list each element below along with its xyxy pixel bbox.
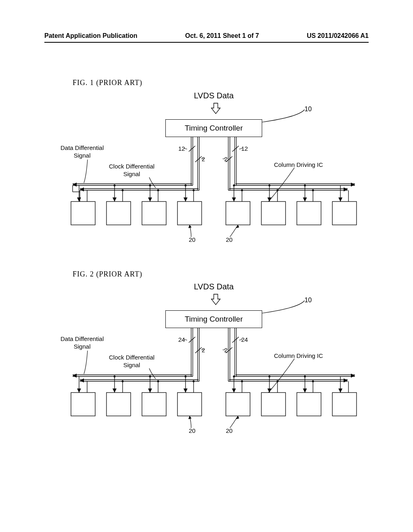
svg-rect-31: [177, 202, 202, 225]
svg-rect-105: [71, 393, 95, 416]
svg-marker-147: [303, 389, 307, 393]
svg-rect-112: [332, 393, 357, 416]
svg-marker-144: [184, 389, 188, 393]
fig1-svg: [20, 77, 391, 250]
svg-marker-73: [303, 197, 307, 202]
svg-point-134: [193, 380, 195, 382]
svg-point-137: [269, 376, 271, 378]
header-center: Oct. 6, 2011 Sheet 1 of 7: [185, 32, 259, 39]
svg-marker-24: [73, 183, 77, 187]
svg-marker-146: [267, 389, 271, 393]
svg-point-140: [312, 380, 314, 382]
svg-rect-28: [71, 202, 95, 225]
svg-line-11: [226, 156, 232, 162]
fig2-svg: [20, 268, 391, 441]
svg-line-13: [239, 148, 242, 149]
svg-marker-142: [113, 389, 117, 393]
svg-marker-67: [77, 197, 81, 202]
svg-marker-71: [232, 197, 236, 202]
svg-marker-75: [188, 225, 192, 228]
svg-line-89: [184, 339, 187, 340]
svg-point-64: [277, 189, 279, 191]
header-right: US 2011/0242066 A1: [307, 32, 369, 39]
svg-rect-32: [226, 202, 250, 225]
svg-point-139: [304, 376, 306, 378]
svg-point-55: [114, 185, 116, 187]
svg-marker-74: [338, 197, 342, 202]
svg-marker-149: [188, 416, 192, 419]
svg-point-56: [122, 189, 124, 191]
header-rule: [44, 42, 369, 43]
svg-line-87: [232, 337, 239, 343]
svg-rect-106: [106, 393, 131, 416]
svg-marker-148: [338, 389, 342, 393]
svg-point-63: [269, 185, 271, 187]
fig1-diagram: LVDS Data Timing Controller 10 Data Diff…: [20, 77, 391, 250]
svg-rect-107: [142, 393, 166, 416]
svg-marker-72: [267, 197, 271, 202]
fig2-diagram: LVDS Data Timing Controller 10 Data Diff…: [20, 268, 391, 441]
svg-point-136: [241, 380, 243, 382]
svg-rect-111: [297, 393, 321, 416]
svg-line-10: [232, 146, 239, 152]
svg-marker-101: [73, 374, 77, 378]
svg-marker-104: [344, 378, 348, 382]
svg-point-65: [304, 185, 306, 187]
svg-point-131: [149, 376, 151, 378]
svg-line-86: [195, 347, 202, 353]
header-left: Patent Application Publication: [44, 32, 138, 39]
svg-point-129: [114, 376, 116, 378]
svg-line-88: [226, 347, 232, 353]
svg-line-85: [189, 337, 195, 343]
svg-marker-143: [148, 389, 152, 393]
svg-marker-69: [148, 197, 152, 202]
svg-rect-108: [177, 393, 202, 416]
svg-point-130: [122, 380, 124, 382]
svg-line-8: [189, 146, 195, 152]
svg-rect-33: [261, 202, 286, 225]
svg-point-132: [157, 380, 159, 382]
svg-rect-34: [297, 202, 321, 225]
svg-line-12: [184, 148, 187, 149]
svg-point-58: [157, 189, 159, 191]
svg-marker-145: [232, 389, 236, 393]
svg-point-61: [233, 185, 235, 187]
svg-point-57: [149, 185, 151, 187]
svg-point-62: [241, 189, 243, 191]
svg-point-59: [185, 185, 187, 187]
svg-line-90: [239, 339, 242, 340]
svg-point-135: [233, 376, 235, 378]
svg-rect-35: [332, 202, 357, 225]
svg-line-9: [195, 156, 202, 162]
svg-marker-68: [113, 197, 117, 202]
svg-marker-26: [351, 183, 355, 187]
svg-point-138: [277, 380, 279, 382]
svg-marker-27: [344, 187, 348, 191]
svg-marker-102: [80, 378, 84, 382]
svg-rect-110: [261, 393, 286, 416]
svg-rect-30: [142, 202, 166, 225]
svg-marker-70: [184, 197, 188, 202]
svg-point-66: [312, 189, 314, 191]
svg-point-60: [193, 189, 195, 191]
svg-marker-25: [80, 187, 84, 191]
svg-rect-109: [226, 393, 250, 416]
svg-rect-29: [106, 202, 131, 225]
svg-point-133: [185, 376, 187, 378]
svg-marker-103: [351, 374, 355, 378]
page-header: Patent Application Publication Oct. 6, 2…: [0, 32, 413, 39]
svg-marker-141: [77, 389, 81, 393]
